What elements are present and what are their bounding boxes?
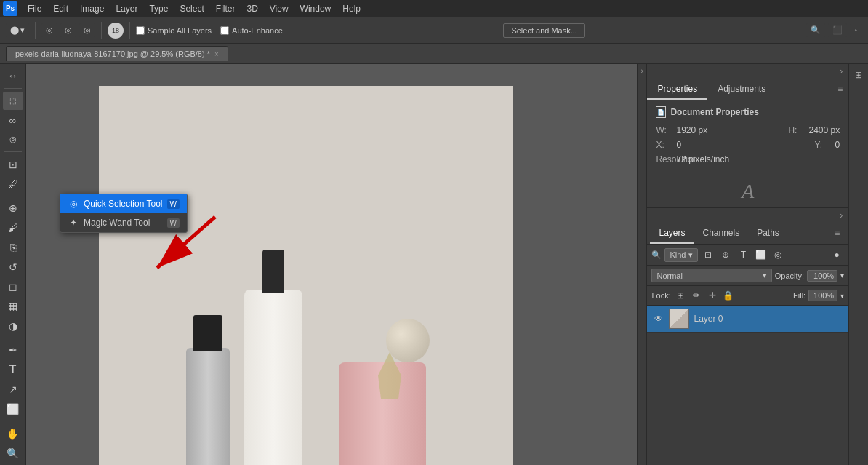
lasso-tool[interactable]: ∞ [3, 111, 23, 130]
lt-sep-1 [4, 88, 22, 89]
layers-kind-select[interactable]: Kind ▾ [664, 248, 698, 262]
selection-tool[interactable]: ⬚ [3, 92, 23, 110]
menu-help[interactable]: Help [337, 2, 366, 15]
sample-all-layers-label[interactable]: Sample All Layers [136, 26, 212, 35]
auto-enhance-label[interactable]: Auto-Enhance [220, 26, 283, 35]
menu-view[interactable]: View [264, 2, 294, 15]
brush-icon: ⬤ [10, 25, 19, 35]
eyedropper-tool[interactable]: 🖋 [3, 175, 23, 193]
layers-pixel-filter[interactable]: ⊡ [701, 247, 715, 262]
fill-input[interactable] [808, 290, 837, 301]
layer-item[interactable]: 👁 Layer 0 [647, 306, 848, 333]
tab-bar: pexels-daria-liudnaya-8167170.jpg @ 29.5… [0, 44, 868, 64]
zoom-tool[interactable]: 🔍 [3, 444, 23, 462]
tab-layers[interactable]: Layers [650, 223, 694, 244]
magic-wand-shortcut: W [167, 218, 180, 228]
layers-filter-toggle[interactable]: ● [829, 247, 844, 262]
layers-type-filter[interactable]: T [736, 247, 750, 262]
tab-close-button[interactable]: × [214, 50, 219, 58]
prop-x-label: X: [656, 140, 670, 150]
tab-filename: pexels-daria-liudnaya-8167170.jpg @ 29.5… [15, 49, 210, 58]
lock-position-btn[interactable]: ✏ [690, 289, 703, 302]
lock-all-btn[interactable]: 🔒 [722, 289, 735, 302]
bottle-cap [262, 250, 284, 293]
menu-type[interactable]: Type [143, 2, 174, 15]
layers-filter-bar: 🔍 Kind ▾ ⊡ ⊕ T ⬜ ◎ ● [647, 245, 848, 266]
magic-wand-tool-item[interactable]: ✦ Magic Wand Tool W [60, 213, 187, 232]
tab-properties[interactable]: Properties [647, 79, 707, 100]
font-preview-icon: A [742, 180, 754, 203]
healing-brush-tool[interactable]: ⊕ [3, 199, 23, 218]
panel-toggle-btn[interactable]: ⊞ [851, 67, 867, 83]
pen-tool[interactable]: ✒ [3, 341, 23, 359]
tool-preset-picker[interactable]: ⬤ ▾ [6, 23, 29, 37]
search-button[interactable]: 🔍 [806, 23, 825, 37]
lock-pixels-btn[interactable]: ⊞ [674, 289, 687, 302]
move-tool[interactable]: ↔ [3, 67, 23, 85]
tool-context-menu: ◎ Quick Selection Tool W ✦ Magic Wand To… [60, 194, 188, 233]
panel-collapse-arrow[interactable]: › [840, 66, 843, 76]
share-button[interactable]: ↑ [850, 24, 863, 37]
layers-collapse-arrow[interactable]: › [840, 210, 843, 220]
path-select-tool[interactable]: ↗ [3, 381, 23, 399]
menu-select[interactable]: Select [174, 2, 209, 15]
select-and-mask-button[interactable]: Select and Mask... [503, 23, 585, 38]
quick-selection-tool-item[interactable]: ◎ Quick Selection Tool W [60, 194, 187, 213]
menu-filter[interactable]: Filter [210, 2, 241, 15]
fill-stepper[interactable]: ▾ [840, 292, 844, 300]
prop-w-label: W: [656, 125, 670, 135]
panel-menu-btn[interactable]: ≡ [832, 79, 848, 100]
add-selection-btn[interactable]: ◎ [79, 23, 95, 37]
menu-layer[interactable]: Layer [110, 2, 143, 15]
opacity-input[interactable] [807, 270, 837, 282]
quick-selection-icon: ◎ [68, 198, 79, 210]
layers-menu-btn[interactable]: ≡ [829, 223, 845, 244]
menu-3d[interactable]: 3D [241, 2, 263, 15]
hand-tool[interactable]: ✋ [3, 424, 23, 442]
dodge-tool[interactable]: ◑ [3, 317, 23, 335]
menu-image[interactable]: Image [74, 2, 110, 15]
crop-tool[interactable]: ⊡ [3, 155, 23, 173]
document-tab[interactable]: pexels-daria-liudnaya-8167170.jpg @ 29.5… [6, 46, 228, 61]
prop-y-label: Y: [814, 140, 829, 150]
menu-edit[interactable]: Edit [47, 2, 74, 15]
quick-select-icon[interactable]: ◎ [41, 23, 57, 37]
layer-name: Layer 0 [694, 314, 843, 324]
layers-smart-filter[interactable]: ◎ [771, 247, 785, 262]
lt-sep-5 [4, 421, 22, 421]
menu-window[interactable]: Window [294, 2, 337, 15]
lt-sep-2 [4, 151, 22, 152]
canvas-content [99, 86, 513, 465]
sample-all-layers-checkbox[interactable] [136, 26, 145, 35]
shape-tool[interactable]: ⬜ [3, 400, 23, 418]
font-section: A [647, 175, 848, 207]
eraser-tool[interactable]: ◻ [3, 277, 23, 295]
brush-tool[interactable]: 🖌 [3, 219, 23, 237]
tab-paths[interactable]: Paths [748, 223, 788, 244]
layers-shape-filter[interactable]: ⬜ [753, 247, 768, 262]
layers-adjustment-filter[interactable]: ⊕ [718, 247, 733, 262]
layer-visibility-toggle[interactable]: 👁 [653, 313, 664, 325]
small-bottle-cap [193, 315, 222, 351]
separator-1 [35, 22, 36, 39]
left-toolbar: ↔ ⬚ ∞ ◎ ⊡ 🖋 ⊕ 🖌 ⎘ ↺ ◻ ▦ ◑ ✒ T ↗ ⬜ ✋ 🔍 [0, 64, 26, 465]
gradient-tool[interactable]: ▦ [3, 297, 23, 315]
subtract-selection-btn[interactable]: ◎ [60, 23, 76, 37]
blend-mode-select[interactable]: Normal ▾ [651, 269, 771, 282]
prop-w-value: 1920 px [676, 125, 707, 135]
layer-thumbnail [669, 309, 689, 329]
history-brush-tool[interactable]: ↺ [3, 258, 23, 277]
auto-enhance-checkbox[interactable] [220, 26, 229, 35]
lock-artboard-btn[interactable]: ✛ [706, 289, 719, 302]
workspace-button[interactable]: ⬛ [828, 23, 847, 37]
tab-adjustments[interactable]: Adjustments [707, 79, 776, 100]
menu-file[interactable]: File [22, 2, 47, 15]
stamp-tool[interactable]: ⎘ [3, 239, 23, 257]
panel-collapse-left[interactable]: › [637, 64, 646, 465]
opacity-stepper[interactable]: ▾ [840, 271, 844, 279]
tool-preset-group: ⬤ ▾ ◎ ◎ ◎ 18 [6, 22, 133, 39]
tab-channels[interactable]: Channels [694, 223, 748, 244]
glass-sphere [386, 319, 430, 362]
quick-selection-tool-btn[interactable]: ◎ [3, 131, 23, 149]
text-tool[interactable]: T [3, 361, 23, 379]
